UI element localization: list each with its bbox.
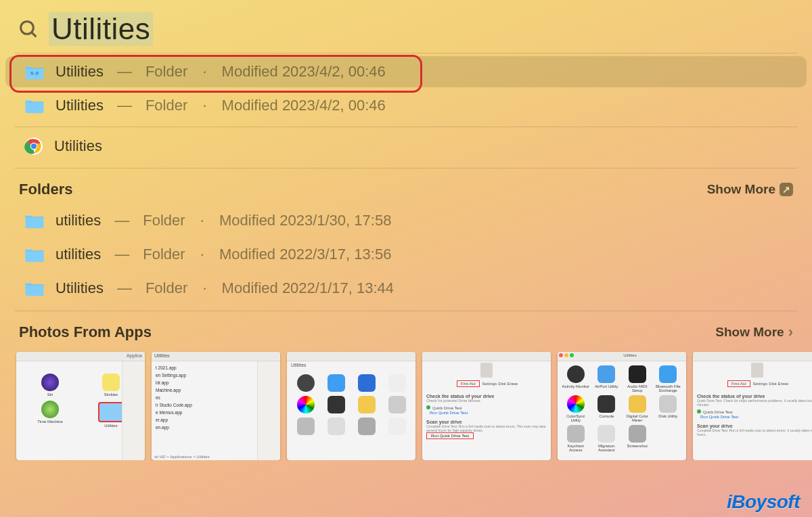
photo-thumb[interactable]: First Aid Settings Disk Erase Check the …	[693, 352, 812, 460]
thumb-app-label: Digital Color Meter	[623, 414, 652, 422]
result-name: Utilities	[55, 97, 104, 114]
thumb-app-label: Siri	[22, 392, 78, 397]
divider	[15, 53, 797, 53]
svg-point-0	[21, 22, 34, 35]
result-modified: Modified 2022/3/17, 13:56	[219, 246, 391, 263]
show-more-label: Show More	[707, 182, 775, 197]
folder-icon	[24, 97, 45, 114]
show-more-label: Show More	[715, 325, 784, 340]
photo-thumb[interactable]: Utilities	[287, 352, 415, 460]
thumb-app-label: Bluetooth File Exchange	[654, 384, 683, 392]
dash: —	[114, 246, 129, 263]
thumb-app-label: Console	[593, 414, 621, 418]
result-row[interactable]: Utilities — Folder · Modified 2023/4/2, …	[5, 90, 807, 121]
result-name: utilities	[55, 246, 101, 263]
thumb-heading: Check the status of your drive	[426, 394, 547, 399]
dot: ·	[198, 97, 210, 114]
watermark: iBoysoft	[727, 491, 800, 513]
show-more-folders[interactable]: Show More ↗	[707, 182, 793, 197]
spotlight-window: Utilities Utilities — Folder · Modified …	[0, 0, 812, 517]
dash: —	[117, 97, 132, 114]
thumb-title: Utilities	[623, 353, 636, 359]
result-name: Utilities	[54, 137, 102, 155]
search-row: Utilities	[0, 0, 812, 53]
top-hit-row[interactable]: Utilities — Folder · Modified 2023/4/2, …	[5, 56, 807, 87]
thumb-blue-link: Run Quick Drive Test	[697, 414, 742, 420]
thumb-app-label: Activity Monitor	[562, 384, 590, 388]
photo-thumb[interactable]: Applica Siri Stickies Time Machine Utili…	[16, 352, 145, 460]
dash: —	[117, 63, 132, 81]
thumb-app-label: Time Machine	[22, 420, 78, 424]
dot: ·	[196, 246, 208, 263]
result-kind: Folder	[143, 246, 185, 263]
thumb-tab: First Aid	[727, 380, 750, 387]
result-modified: Modified 2023/4/2, 00:46	[222, 63, 386, 81]
thumb-title: Utilities	[287, 361, 415, 369]
thumb-app-label: Screenshot	[623, 444, 652, 448]
thumb-heading: Scan your drive	[697, 424, 812, 428]
dash: —	[114, 212, 129, 229]
section-title: Folders	[19, 181, 72, 198]
divider	[15, 311, 797, 311]
search-input[interactable]: Utilities	[49, 12, 153, 46]
search-icon	[18, 18, 39, 40]
folder-result-row[interactable]: utilities — Folder · Modified 2022/3/17,…	[5, 239, 807, 270]
result-name: Utilities	[55, 63, 104, 81]
show-more-photos[interactable]: Show More ›	[715, 323, 793, 341]
dot: ·	[198, 63, 210, 81]
thumb-tab: Settings	[482, 382, 497, 386]
dash: —	[117, 279, 132, 297]
divider	[15, 168, 797, 168]
thumb-app-label: ColorSync Utility	[562, 414, 590, 422]
thumb-app-label: Audio MIDI Setup	[623, 384, 652, 392]
result-name: Utilities	[55, 279, 104, 297]
section-header-photos: Photos From Apps Show More ›	[0, 314, 812, 345]
result-kind: Folder	[145, 97, 187, 114]
result-kind: Folder	[145, 279, 187, 297]
chrome-icon	[24, 137, 43, 156]
thumb-tab: Disk Erase	[498, 382, 518, 386]
result-modified: Modified 2023/4/2, 00:46	[222, 97, 386, 114]
result-name: utilities	[55, 212, 101, 229]
thumb-app-label: AirPort Utility	[593, 384, 621, 388]
thumb-sub: Quick Drive Test: Check for major perfor…	[697, 399, 812, 407]
thumb-sub: Complete Drive Test: Run a full media sc…	[697, 428, 812, 436]
thumb-heading: Scan your drive	[426, 420, 547, 424]
folder-icon	[24, 279, 45, 297]
thumb-header: Applica	[127, 353, 142, 358]
dot: ·	[198, 279, 210, 297]
photo-thumb[interactable]: Utilities Activity Monitor AirPort Utili…	[558, 352, 686, 460]
result-modified: Modified 2022/1/17, 13:44	[222, 279, 394, 297]
thumb-app-label: Keychain Access	[562, 444, 590, 452]
chevron-right-icon: ›	[788, 323, 793, 341]
arrow-box-icon: ↗	[780, 183, 793, 196]
folder-result-row[interactable]: Utilities — Folder · Modified 2022/1/17,…	[5, 273, 807, 304]
photo-thumb[interactable]: First Aid Settings Disk Erase Check the …	[422, 352, 551, 460]
thumb-tab: First Aid	[457, 380, 480, 387]
thumb-app-label: Migration Assistant	[593, 444, 621, 452]
thumb-heading: Check the status of your drive	[697, 394, 812, 399]
folder-result-row[interactable]: utilities — Folder · Modified 2023/1/30,…	[5, 205, 807, 236]
dot: ·	[196, 212, 208, 229]
thumb-sub: Complete Drive Test: Run a full media sc…	[426, 424, 547, 432]
divider	[15, 127, 797, 127]
thumb-app-label: Disk Utility	[654, 414, 683, 418]
folder-utilities-icon	[24, 63, 45, 81]
photos-strip: Applica Siri Stickies Time Machine Utili…	[0, 345, 812, 460]
thumb-tab: Disk Erase	[769, 382, 788, 386]
result-row-chrome[interactable]: Utilities	[5, 130, 807, 162]
thumb-sub: Check for potential Drive failures.	[426, 399, 547, 403]
folder-icon	[24, 246, 45, 263]
section-header-folders: Folders Show More ↗	[0, 171, 812, 202]
result-kind: Folder	[143, 212, 185, 229]
thumb-title: Utilities	[152, 352, 280, 361]
thumb-tab: Settings	[752, 382, 767, 386]
section-title: Photos From Apps	[19, 323, 152, 341]
folder-icon	[24, 212, 45, 229]
result-modified: Modified 2023/1/30, 17:58	[219, 212, 391, 229]
photo-thumb[interactable]: Utilities t 2021.app en Settings.app ldr…	[152, 352, 280, 460]
thumb-blue-link: Run Quick Drive Test	[426, 410, 471, 415]
result-kind: Folder	[145, 63, 187, 81]
thumb-red-button: Run Quick Drive Test	[426, 432, 474, 439]
svg-line-1	[32, 32, 37, 37]
